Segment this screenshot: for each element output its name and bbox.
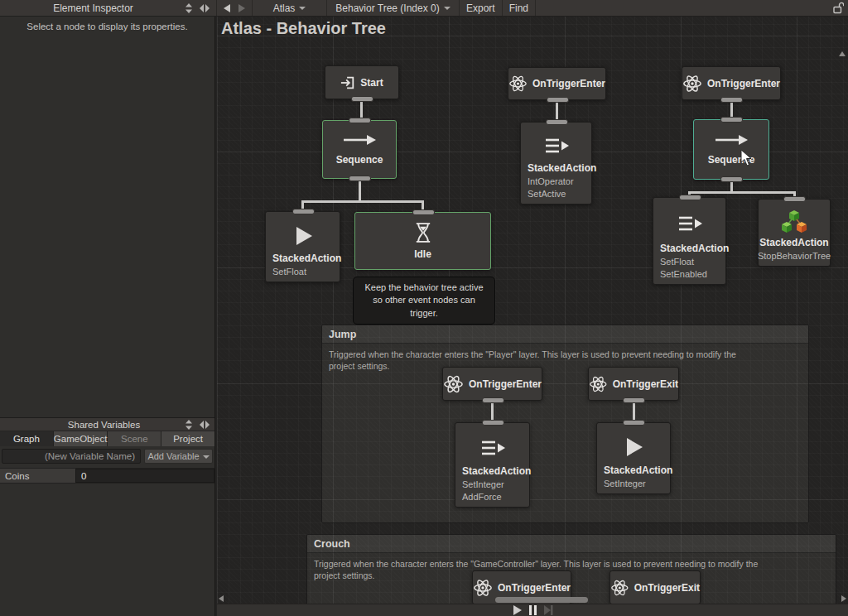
group-jump-description: Triggered when the character enters the … <box>322 344 808 372</box>
connector-tab[interactable] <box>623 397 645 403</box>
cubes-icon <box>780 209 808 235</box>
unlock-icon <box>833 2 844 14</box>
chevron-down-icon <box>299 7 306 10</box>
tab-graph[interactable]: Graph <box>0 431 53 446</box>
splitter-icon[interactable] <box>200 4 210 12</box>
node-sequence-1[interactable]: Sequence <box>322 120 397 179</box>
sequence-arrow-icon <box>714 133 749 147</box>
connector-tab[interactable] <box>546 119 568 125</box>
connector-tab[interactable] <box>482 397 504 403</box>
step-button[interactable] <box>544 605 553 615</box>
connector-tab[interactable] <box>349 176 371 181</box>
variable-scope-tabs: Graph GameObject Scene Project <box>0 431 214 446</box>
node-stackedaction-setfloat2[interactable]: StackedAction SetFloat SetEnabled <box>653 197 726 285</box>
atom-icon <box>589 374 608 394</box>
stacked-list-icon <box>480 439 505 457</box>
back-button[interactable] <box>224 4 230 12</box>
connector-tab[interactable] <box>623 420 645 426</box>
group-crouch-description: Triggered when the character enters the … <box>307 553 836 581</box>
play-button[interactable] <box>513 605 522 615</box>
node-jump-stackedaction-2[interactable]: StackedAction SetInteger <box>596 422 671 494</box>
connector-tab[interactable] <box>720 117 743 123</box>
forward-button[interactable] <box>238 4 245 12</box>
lock-button[interactable] <box>826 0 848 16</box>
tab-gameobject[interactable]: GameObject <box>54 431 108 446</box>
splitter-icon[interactable] <box>200 421 210 429</box>
node-jump-ontriggerexit[interactable]: OnTriggerExit <box>588 367 679 401</box>
connector-tab[interactable] <box>412 209 435 215</box>
inspector-hint: Select a node to display its properties. <box>0 22 214 31</box>
connector-tab[interactable] <box>783 196 806 202</box>
node-jump-ontriggerenter[interactable]: OnTriggerEnter <box>442 367 542 401</box>
add-variable-button[interactable]: Add Variable <box>144 449 213 464</box>
group-crouch-title: Crouch <box>307 535 836 553</box>
scroll-left-arrow[interactable] <box>219 595 224 602</box>
stacked-list-icon <box>544 137 569 155</box>
scrollbar-thumb[interactable] <box>495 597 588 603</box>
graph-dropdown[interactable]: Atlas <box>253 0 327 16</box>
stacked-list-icon <box>677 214 702 233</box>
sort-icon[interactable] <box>185 420 193 430</box>
play-icon <box>513 605 522 615</box>
element-inspector-panel: Select a node to display its properties.… <box>0 17 215 616</box>
connector-tab[interactable] <box>720 176 743 182</box>
play-icon <box>623 436 644 458</box>
start-icon <box>340 75 355 90</box>
nav-buttons <box>217 0 253 16</box>
connector-tab[interactable] <box>547 97 569 103</box>
hourglass-icon <box>415 222 431 243</box>
shared-variables-header: Shared Variables <box>0 417 214 431</box>
play-icon <box>292 225 314 247</box>
node-sequence-2[interactable]: Sequence <box>693 119 769 180</box>
pause-icon <box>529 605 537 615</box>
canvas-title: Atlas - Behavior Tree <box>221 19 386 38</box>
node-ontriggerenter-1[interactable]: OnTriggerEnter <box>508 67 606 100</box>
chevron-down-icon <box>203 455 210 459</box>
shared-variables-panel: Shared Variables Graph GameObject Scene … <box>0 417 214 484</box>
tab-project[interactable]: Project <box>161 431 214 446</box>
inspector-header: Element Inspector <box>0 0 217 16</box>
tree-dropdown[interactable]: Behavior Tree (Index 0) <box>327 0 460 16</box>
graph-canvas[interactable]: Atlas - Behavior Tree Jump Triggered whe… <box>217 17 848 616</box>
horizontal-scrollbar[interactable] <box>217 596 848 604</box>
atom-icon <box>443 374 464 394</box>
connector-tab[interactable] <box>349 118 371 123</box>
variable-value-input[interactable] <box>75 469 214 483</box>
atom-icon <box>508 74 528 94</box>
find-button[interactable]: Find <box>503 0 536 16</box>
shared-variables-title: Shared Variables <box>28 420 180 430</box>
new-variable-input[interactable] <box>2 449 141 464</box>
scroll-up-arrow[interactable] <box>839 51 846 56</box>
mouse-cursor <box>740 149 753 166</box>
node-stackedaction-intoperator[interactable]: StackedAction IntOperator SetActive <box>520 122 592 205</box>
node-idle[interactable]: Idle <box>354 212 491 270</box>
node-jump-stackedaction-1[interactable]: StackedAction SetInteger AddForce <box>455 422 530 508</box>
connector-tab[interactable] <box>720 97 743 103</box>
connector-tab[interactable] <box>292 209 315 214</box>
step-icon <box>544 605 553 615</box>
node-start[interactable]: Start <box>325 65 399 99</box>
wire <box>359 179 361 202</box>
scroll-right-arrow[interactable] <box>841 595 846 602</box>
export-button[interactable]: Export <box>460 0 503 16</box>
variable-row: Coins <box>0 468 214 484</box>
variable-name: Coins <box>0 469 75 483</box>
chevron-down-icon <box>444 7 450 10</box>
connector-tab[interactable] <box>679 195 701 200</box>
add-variable-row: Add Variable <box>0 446 214 466</box>
tab-scene[interactable]: Scene <box>108 431 161 446</box>
connector-tab[interactable] <box>351 96 373 102</box>
atom-icon <box>473 578 493 598</box>
node-stackedaction-setfloat[interactable]: StackedAction SetFloat <box>265 211 340 282</box>
atom-icon <box>682 74 702 94</box>
node-ontriggerenter-2[interactable]: OnTriggerEnter <box>682 66 781 100</box>
group-jump-title: Jump <box>322 325 808 344</box>
node-stackedaction-stopbehaviortree[interactable]: StackedAction StopBehaviorTree <box>758 199 831 267</box>
idle-tooltip: Keep the behavior tree active so other e… <box>353 277 495 325</box>
inspector-title: Element Inspector <box>7 2 180 14</box>
group-jump[interactable]: Jump Triggered when the character enters… <box>321 325 809 523</box>
sort-icon[interactable] <box>185 3 193 13</box>
pause-button[interactable] <box>529 605 537 615</box>
wire <box>301 200 424 203</box>
connector-tab[interactable] <box>482 420 504 426</box>
